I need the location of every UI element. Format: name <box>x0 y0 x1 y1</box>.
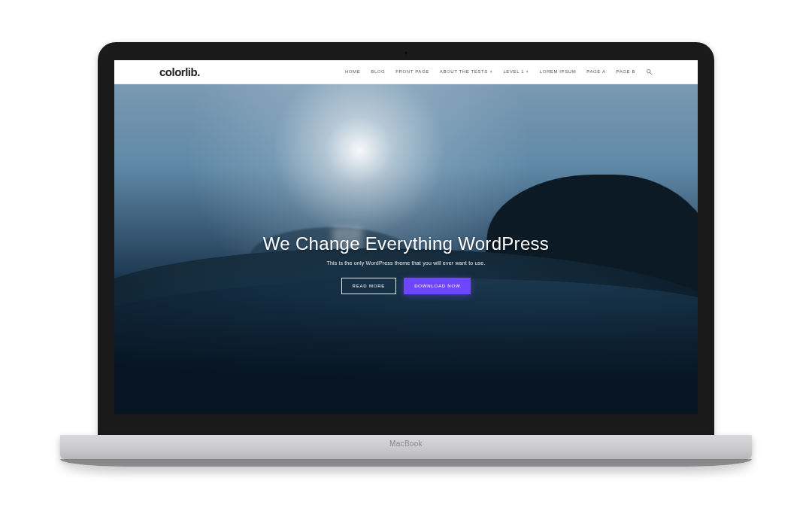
nav-label: PAGE B <box>617 69 636 74</box>
download-now-button[interactable]: DOWNLOAD NOW <box>404 278 471 294</box>
hero-buttons: READ MORE DOWNLOAD NOW <box>341 278 471 294</box>
nav-about-tests[interactable]: ABOUT THE TESTS▾ <box>440 69 493 74</box>
site-header: colorlib. HOME BLOG FRONT PAGE ABOUT THE… <box>114 60 698 84</box>
nav-page-a[interactable]: PAGE A <box>586 69 605 74</box>
nav-label: FRONT PAGE <box>395 69 429 74</box>
site-logo[interactable]: colorlib. <box>159 65 200 78</box>
screen-bezel: colorlib. HOME BLOG FRONT PAGE ABOUT THE… <box>98 42 714 435</box>
macbook-mockup: colorlib. HOME BLOG FRONT PAGE ABOUT THE… <box>98 42 714 467</box>
main-nav: HOME BLOG FRONT PAGE ABOUT THE TESTS▾ LE… <box>345 68 653 75</box>
search-icon[interactable] <box>646 68 653 75</box>
nav-label: BLOG <box>371 69 385 74</box>
macbook-feet <box>60 459 752 467</box>
nav-lorem-ipsum[interactable]: LOREM IPSUM <box>540 69 577 74</box>
chevron-down-icon: ▾ <box>490 69 493 74</box>
nav-label: PAGE A <box>586 69 605 74</box>
screen: colorlib. HOME BLOG FRONT PAGE ABOUT THE… <box>114 60 698 414</box>
macbook-label: MacBook <box>389 440 423 448</box>
nav-label: LOREM IPSUM <box>540 69 577 74</box>
chevron-down-icon: ▾ <box>526 69 529 74</box>
macbook-base: MacBook <box>60 435 752 459</box>
nav-page-b[interactable]: PAGE B <box>617 69 636 74</box>
camera-dot <box>404 51 408 55</box>
hero-subtitle: This is the only WordPress theme that yo… <box>326 260 485 266</box>
svg-line-1 <box>650 72 652 74</box>
svg-point-0 <box>647 69 651 73</box>
logo-dot: . <box>197 65 200 78</box>
logo-text: colorlib <box>159 65 197 78</box>
nav-blog[interactable]: BLOG <box>371 69 385 74</box>
nav-label: LEVEL 1 <box>503 69 524 74</box>
read-more-button[interactable]: READ MORE <box>341 278 397 294</box>
hero-title: We Change Everything WordPress <box>263 233 549 254</box>
nav-label: HOME <box>345 69 360 74</box>
nav-front-page[interactable]: FRONT PAGE <box>395 69 429 74</box>
hero-section: We Change Everything WordPress This is t… <box>114 84 698 414</box>
hero-content: We Change Everything WordPress This is t… <box>114 84 698 414</box>
nav-label: ABOUT THE TESTS <box>440 69 488 74</box>
nav-level-1[interactable]: LEVEL 1▾ <box>503 69 529 74</box>
nav-home[interactable]: HOME <box>345 69 360 74</box>
